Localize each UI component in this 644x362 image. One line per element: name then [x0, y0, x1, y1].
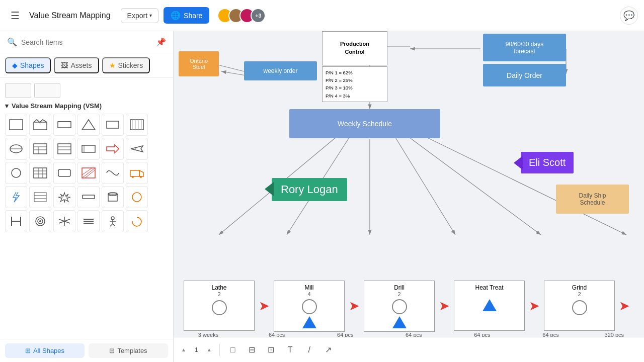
search-input[interactable] [21, 38, 152, 46]
production-control-box[interactable]: Production Control [322, 31, 387, 65]
tool-text[interactable]: T [282, 342, 298, 358]
daily-order-text: Daily Order [507, 71, 542, 79]
shape-lightning[interactable] [5, 186, 27, 208]
svg-rect-25 [34, 168, 47, 178]
arrow-final: ➤ [615, 281, 634, 331]
shape-table[interactable] [29, 138, 51, 160]
shape-lines[interactable] [77, 138, 100, 160]
shape-rounded-rect[interactable] [53, 162, 75, 184]
weekly-schedule-box[interactable]: Weekly Schedule [289, 109, 440, 138]
shape-rect[interactable] [102, 114, 124, 136]
daily-ship-box[interactable]: Daily Ship Schedule [556, 185, 629, 214]
shape-starburst[interactable] [53, 186, 75, 208]
process-heat-treat[interactable]: Heat Treat [454, 281, 525, 331]
scroll-left[interactable] [5, 83, 31, 98]
process-footer: 3 weeks 64 pcs 64 pcs 64 pcs 64 pcs 64 p… [184, 332, 634, 337]
tab-bar: ◆ Shapes 🖼 Assets ★ Stickers [0, 53, 173, 78]
arrow-up-nav[interactable]: ▲ [179, 345, 189, 355]
shape-circle[interactable] [5, 162, 27, 184]
export-label: Export [127, 12, 147, 20]
shape-cylinder[interactable] [102, 186, 124, 208]
pcs4: 64 pcs [457, 332, 507, 337]
process-drill[interactable]: Drill 2 [364, 281, 435, 332]
shapes-grid [5, 114, 168, 232]
shape-airplane[interactable] [126, 138, 148, 160]
grind-num: 2 [578, 291, 581, 297]
grind-title: Grind [572, 284, 587, 291]
process-lathe[interactable]: Lathe 2 [184, 281, 255, 331]
svg-point-24 [12, 168, 21, 177]
shape-oval[interactable] [5, 138, 27, 160]
shapes-section: ▾ Value Stream Mapping (VSM) [0, 78, 173, 339]
avatar-count: +3 [251, 8, 266, 23]
mini-nav-arrows2: ▲ [204, 345, 214, 355]
svg-marker-4 [82, 120, 95, 130]
divider [219, 344, 220, 356]
chat-button[interactable]: 💬 [620, 7, 638, 25]
tool-line[interactable]: / [301, 342, 317, 358]
share-button[interactable]: 🌐 Share [164, 7, 209, 24]
shape-menu[interactable] [77, 210, 100, 232]
tool-shape2[interactable]: ⊟ [244, 342, 260, 358]
arrow-drill-heat: ➤ [435, 281, 454, 331]
eli-scott-tag[interactable]: Eli Scott [521, 152, 574, 173]
shape-process[interactable] [53, 114, 75, 136]
shape-target[interactable] [29, 210, 51, 232]
arrow-down-nav[interactable]: ▲ [204, 345, 214, 355]
svg-rect-0 [10, 120, 23, 130]
daily-order-box[interactable]: Daily Order [483, 64, 566, 86]
mill-triangle [302, 316, 316, 328]
shape-factory2[interactable] [29, 114, 51, 136]
shape-triangle[interactable] [77, 114, 100, 136]
shape-circle2[interactable] [126, 186, 148, 208]
shape-timeline[interactable] [77, 186, 100, 208]
lathe-circle [212, 300, 227, 315]
canvas[interactable]: Production Control P/N 1 = 62% P/N 2 = 2… [174, 31, 644, 337]
weekly-order-box[interactable]: weekly order [244, 61, 317, 80]
ontario-steel-box[interactable]: Ontario Steel [179, 51, 219, 76]
templates-button[interactable]: ⊟ Templates [89, 343, 168, 358]
scroll-right[interactable] [34, 83, 60, 98]
all-shapes-button[interactable]: ⊞ All Shapes [5, 343, 85, 358]
shape-person[interactable] [102, 210, 124, 232]
globe-icon: 🌐 [171, 11, 181, 20]
svg-point-61 [111, 217, 114, 220]
tab-shapes[interactable]: ◆ Shapes [5, 57, 51, 73]
svg-line-32 [82, 168, 95, 178]
eli-scott-arrow [514, 156, 523, 170]
shape-hatched2[interactable] [77, 162, 100, 184]
weeks-label: 3 weeks [184, 332, 233, 337]
shape-curved[interactable] [102, 162, 124, 184]
shape-arrows-push[interactable] [102, 138, 124, 160]
shape-kaizen[interactable] [29, 186, 51, 208]
tab-assets[interactable]: 🖼 Assets [54, 57, 99, 73]
avatars: +3 [217, 8, 266, 23]
process-row: Lathe 2 ➤ Mill 4 ➤ Drill 2 ➤ [184, 281, 634, 332]
shape-hatched[interactable] [126, 114, 148, 136]
shape-factory[interactable] [5, 114, 27, 136]
shape-h[interactable] [5, 210, 27, 232]
forecast-box[interactable]: 90/60/30 days forecast [483, 34, 566, 61]
templates-icon: ⊟ [109, 347, 115, 354]
tool-shape3[interactable]: ⊡ [263, 342, 279, 358]
shape-truck[interactable] [126, 162, 148, 184]
shape-asterisk[interactable] [53, 210, 75, 232]
process-mill[interactable]: Mill 4 [274, 281, 345, 332]
svg-rect-35 [130, 170, 139, 176]
process-grind[interactable]: Grind 2 [544, 281, 615, 331]
arrow-mill-drill: ➤ [345, 281, 364, 331]
menu-button[interactable]: ☰ [6, 7, 24, 25]
rory-logan-tag[interactable]: Rory Logan [272, 178, 347, 201]
shape-partial-circle[interactable] [126, 210, 148, 232]
tool-pointer[interactable]: ↗ [320, 342, 337, 358]
pin-icon[interactable]: 📌 [156, 37, 166, 47]
shape-grid[interactable] [29, 162, 51, 184]
tab-stickers[interactable]: ★ Stickers [102, 57, 150, 73]
vsm-section-header[interactable]: ▾ Value Stream Mapping (VSM) [5, 102, 168, 110]
lathe-title: Lathe [211, 284, 226, 291]
export-button[interactable]: Export ▾ [121, 8, 158, 23]
shape-rows[interactable] [53, 138, 75, 160]
tool-rectangle[interactable]: □ [225, 342, 241, 358]
svg-line-74 [415, 132, 626, 235]
svg-rect-1 [34, 122, 47, 130]
